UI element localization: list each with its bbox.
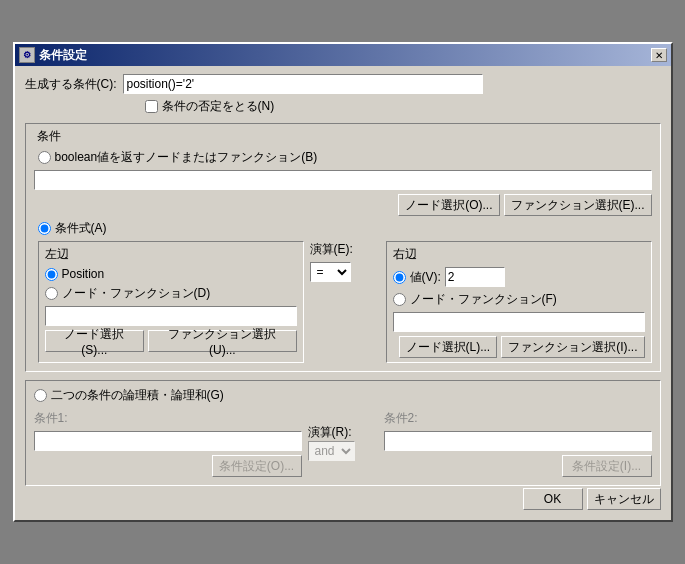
boolean-label: boolean値を返すノードまたはファンクション(B)	[55, 149, 318, 166]
position-radio[interactable]	[45, 268, 58, 281]
close-button[interactable]: ✕	[651, 48, 667, 62]
right-panel: 右辺 値(V): ノード・ファンクション(F) ノード選択(L)... ファンク…	[386, 241, 652, 363]
cond2-label: 条件2:	[384, 410, 652, 427]
node-func-label-left: ノード・ファンクション(D)	[62, 285, 211, 302]
node-select-btn-boolean[interactable]: ノード選択(O)...	[398, 194, 499, 216]
two-conditions-group: 二つの条件の論理積・論理和(G) 条件1: 条件設定(O)... 演算(R): …	[25, 380, 661, 486]
cond2-btn[interactable]: 条件設定(I)...	[562, 455, 652, 477]
two-cond-operator-box: 演算(R): and or	[308, 410, 378, 461]
negate-label: 条件の否定をとる(N)	[162, 98, 275, 115]
node-func-radio-left[interactable]	[45, 287, 58, 300]
boolean-textfield	[34, 170, 652, 190]
generated-condition-label: 生成する条件(C):	[25, 76, 117, 93]
generated-condition-input[interactable]	[123, 74, 483, 94]
window-icon: ⚙	[19, 47, 35, 63]
left-textfield	[45, 306, 297, 326]
node-func-label-right: ノード・ファンクション(F)	[410, 291, 557, 308]
node-select-btn-right[interactable]: ノード選択(L)...	[399, 336, 498, 358]
main-window: ⚙ 条件設定 ✕ 生成する条件(C): 条件の否定をとる(N) 条件 boole…	[13, 42, 673, 522]
operator-label: 演算(E):	[310, 241, 353, 258]
cond1-field	[34, 431, 302, 451]
operator-select[interactable]: = != < > <= >=	[310, 262, 351, 282]
cond1-box: 条件1: 条件設定(O)...	[34, 410, 302, 477]
cond2-field	[384, 431, 652, 451]
position-label: Position	[62, 267, 105, 281]
cond1-label: 条件1:	[34, 410, 302, 427]
two-cond-operator-select[interactable]: and or	[308, 441, 355, 461]
node-select-btn-left[interactable]: ノード選択(S)...	[45, 330, 145, 352]
two-cond-label: 二つの条件の論理積・論理和(G)	[51, 387, 224, 404]
node-func-radio-right[interactable]	[393, 293, 406, 306]
condition-group: 条件 boolean値を返すノードまたはファンクション(B) ノード選択(O).…	[25, 123, 661, 372]
formula-radio[interactable]	[38, 222, 51, 235]
left-panel: 左辺 Position ノード・ファンクション(D) ノード選択(S)... フ…	[38, 241, 304, 363]
cancel-button[interactable]: キャンセル	[587, 488, 661, 510]
function-select-btn-left[interactable]: ファンクション選択(U)...	[148, 330, 296, 352]
two-cond-radio[interactable]	[34, 389, 47, 402]
left-panel-title: 左辺	[45, 246, 297, 263]
value-input[interactable]	[445, 267, 505, 287]
title-bar: ⚙ 条件設定 ✕	[15, 44, 671, 66]
value-radio[interactable]	[393, 271, 406, 284]
value-label: 値(V):	[410, 269, 441, 286]
negate-checkbox[interactable]	[145, 100, 158, 113]
cond1-btn[interactable]: 条件設定(O)...	[212, 455, 302, 477]
right-panel-title: 右辺	[393, 246, 645, 263]
function-select-btn-boolean[interactable]: ファンクション選択(E)...	[504, 194, 652, 216]
ok-button[interactable]: OK	[523, 488, 583, 510]
formula-label: 条件式(A)	[55, 220, 107, 237]
cond2-box: 条件2: 条件設定(I)...	[384, 410, 652, 477]
two-cond-operator-label: 演算(R):	[308, 424, 352, 441]
function-select-btn-right[interactable]: ファンクション選択(I)...	[501, 336, 644, 358]
condition-group-title: 条件	[34, 128, 64, 145]
operator-panel: 演算(E): = != < > <= >=	[310, 241, 380, 363]
right-textfield	[393, 312, 645, 332]
window-title: 条件設定	[39, 47, 87, 64]
boolean-radio[interactable]	[38, 151, 51, 164]
